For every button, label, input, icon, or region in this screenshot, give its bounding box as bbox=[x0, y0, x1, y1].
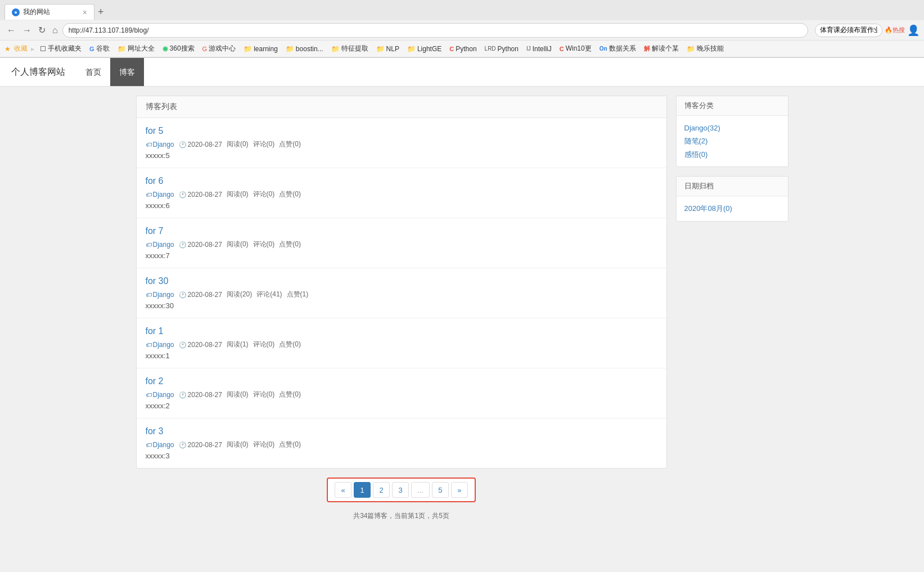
sidebar-category-thoughts[interactable]: 感悟(0) bbox=[684, 148, 780, 161]
bookmark-decode[interactable]: 解 解读个某 bbox=[642, 43, 681, 55]
blog-meta-1: Django 2020-08-27 阅读(0) 评论(0) 点赞(0) bbox=[146, 139, 657, 149]
blog-date-4: 2020-08-27 bbox=[179, 291, 222, 299]
blog-reads-3: 阅读(0) bbox=[227, 240, 249, 249]
sidebar-category-django[interactable]: Django(32) bbox=[684, 121, 780, 134]
blog-sidebar: 博客分类 Django(32) 随笔(2) 感悟(0) 日期归档 2020年08… bbox=[676, 96, 788, 526]
bookmark-python-label: Python bbox=[456, 45, 476, 53]
sidebar-archive-aug2020[interactable]: 2020年08月(0) bbox=[684, 202, 780, 215]
folder-icon-weblist: 📁 bbox=[118, 45, 126, 53]
address-text: http://47.113.107.189/blog/ bbox=[69, 26, 149, 34]
blog-excerpt-6: xxxxx:2 bbox=[146, 402, 657, 410]
pagination-next[interactable]: » bbox=[451, 482, 468, 498]
checkbox-icon: ☐ bbox=[40, 45, 46, 53]
google-icon: G bbox=[89, 46, 94, 52]
blog-list-body: for 5 Django 2020-08-27 阅读(0) 评论(0) 点赞(0… bbox=[137, 118, 666, 468]
folder-icon-learning: 📁 bbox=[244, 45, 252, 53]
bookmark-google[interactable]: G 谷歌 bbox=[87, 43, 112, 55]
bookmark-nlp[interactable]: 📁 NLP bbox=[374, 44, 402, 54]
bookmark-lightge-label: LightGE bbox=[417, 45, 441, 53]
pagination-page-2[interactable]: 2 bbox=[373, 482, 390, 498]
tab-bar: ● 我的网站 × + bbox=[0, 0, 924, 20]
bookmark-lightge[interactable]: 📁 LightGE bbox=[405, 44, 444, 54]
blog-date-6: 2020-08-27 bbox=[179, 391, 222, 399]
bookmarks-star-icon: ★ bbox=[4, 45, 11, 53]
blog-date-7: 2020-08-27 bbox=[179, 441, 222, 449]
new-tab-button[interactable]: + bbox=[98, 6, 104, 18]
blog-title-1[interactable]: for 5 bbox=[146, 126, 657, 136]
blog-likes-4: 点赞(1) bbox=[287, 290, 309, 299]
blog-tag-5[interactable]: Django bbox=[146, 341, 174, 349]
blog-tag-4[interactable]: Django bbox=[146, 291, 174, 299]
intellij-icon: IJ bbox=[526, 46, 531, 52]
sidebar-category-notes[interactable]: 随笔(2) bbox=[684, 134, 780, 147]
blog-reads-4: 阅读(20) bbox=[227, 290, 252, 299]
blog-meta-7: Django 2020-08-27 阅读(0) 评论(0) 点赞(0) bbox=[146, 440, 657, 449]
sidebar-archive-body: 2020年08月(0) bbox=[677, 196, 788, 220]
blog-tag-7[interactable]: Django bbox=[146, 441, 174, 449]
nav-blog[interactable]: 博客 bbox=[110, 58, 144, 86]
bookmark-feature[interactable]: 📁 特征提取 bbox=[329, 43, 371, 55]
bookmark-entertainment[interactable]: 📁 晚乐技能 bbox=[684, 43, 726, 55]
browser-chrome: ● 我的网站 × + ← → ↻ ⌂ http://47.113.107.189… bbox=[0, 0, 924, 58]
bookmark-boosting[interactable]: 📁 boostin... bbox=[283, 44, 326, 54]
bookmark-intellij-label: IntelliJ bbox=[533, 45, 552, 53]
bookmark-mobile[interactable]: ☐ 手机收藏夹 bbox=[38, 43, 84, 55]
bookmark-weblist-label: 网址大全 bbox=[128, 44, 155, 53]
pagination-page-5[interactable]: 5 bbox=[432, 482, 449, 498]
pagination-page-3[interactable]: 3 bbox=[392, 482, 409, 498]
back-button[interactable]: ← bbox=[4, 24, 18, 37]
hot-label: 🔥热搜 bbox=[885, 26, 905, 34]
pagination-prev[interactable]: « bbox=[335, 482, 351, 498]
games-icon: G bbox=[202, 46, 208, 52]
pagination-page-1[interactable]: 1 bbox=[354, 482, 371, 498]
python-icon: C bbox=[449, 46, 454, 52]
blog-tag-3[interactable]: Django bbox=[146, 241, 174, 249]
blog-title-7[interactable]: for 3 bbox=[146, 426, 657, 436]
folder-icon-ent: 📁 bbox=[687, 45, 695, 53]
bookmark-intellij[interactable]: IJ IntelliJ bbox=[524, 44, 554, 54]
blog-title-2[interactable]: for 6 bbox=[146, 176, 657, 186]
blog-meta-5: Django 2020-08-27 阅读(1) 评论(0) 点赞(0) bbox=[146, 340, 657, 349]
tab-favicon: ● bbox=[12, 8, 20, 16]
bookmark-python[interactable]: C Python bbox=[447, 44, 479, 54]
refresh-button[interactable]: ↻ bbox=[36, 24, 48, 37]
blog-likes-1: 点赞(0) bbox=[279, 139, 301, 149]
active-tab[interactable]: ● 我的网站 × bbox=[4, 4, 94, 20]
bookmark-games[interactable]: G 游戏中心 bbox=[200, 43, 238, 55]
blog-comments-3: 评论(0) bbox=[253, 240, 275, 249]
search-area: 🔥热搜 bbox=[815, 24, 905, 37]
tab-close-button[interactable]: × bbox=[83, 8, 87, 17]
blog-excerpt-5: xxxxx:1 bbox=[146, 352, 657, 360]
blog-item-6: for 2 Django 2020-08-27 阅读(0) 评论(0) 点赞(0… bbox=[137, 368, 666, 418]
bookmark-data-rel[interactable]: On 数据关系 bbox=[597, 43, 638, 55]
blog-item-5: for 1 Django 2020-08-27 阅读(1) 评论(0) 点赞(0… bbox=[137, 318, 666, 368]
bookmark-collections[interactable]: 收藏 bbox=[14, 44, 28, 53]
address-bar[interactable]: http://47.113.107.189/blog/ bbox=[62, 23, 808, 38]
blog-title-5[interactable]: for 1 bbox=[146, 326, 657, 336]
blog-tag-6[interactable]: Django bbox=[146, 391, 174, 399]
bookmark-win10[interactable]: C Win10更 bbox=[557, 43, 594, 55]
bookmark-lrd-python[interactable]: LRD Python bbox=[483, 44, 521, 54]
search-input[interactable] bbox=[815, 24, 882, 37]
blog-reads-7: 阅读(0) bbox=[227, 440, 249, 449]
blog-meta-3: Django 2020-08-27 阅读(0) 评论(0) 点赞(0) bbox=[146, 240, 657, 249]
home-button[interactable]: ⌂ bbox=[50, 24, 60, 37]
blog-excerpt-2: xxxxx:6 bbox=[146, 201, 657, 210]
blog-tag-2[interactable]: Django bbox=[146, 191, 174, 199]
blog-title-3[interactable]: for 7 bbox=[146, 226, 657, 236]
account-icon[interactable]: 👤 bbox=[907, 24, 920, 37]
page-content: 博客列表 for 5 Django 2020-08-27 阅读(0) 评论(0)… bbox=[125, 87, 800, 535]
blog-title-6[interactable]: for 2 bbox=[146, 376, 657, 386]
pagination: « 1 2 3 ... 5 » bbox=[327, 478, 476, 502]
blog-excerpt-4: xxxxx:30 bbox=[146, 301, 657, 310]
bookmark-learning[interactable]: 📁 learning bbox=[241, 44, 280, 54]
forward-button[interactable]: → bbox=[20, 24, 34, 37]
blog-title-4[interactable]: for 30 bbox=[146, 276, 657, 286]
nav-home[interactable]: 首页 bbox=[76, 58, 110, 86]
bookmark-360[interactable]: ◉ 360搜索 bbox=[160, 43, 197, 55]
bookmark-weblist[interactable]: 📁 网址大全 bbox=[115, 43, 157, 55]
blog-tag-1[interactable]: Django bbox=[146, 141, 174, 148]
bookmark-games-label: 游戏中心 bbox=[209, 44, 236, 53]
pagination-ellipsis: ... bbox=[411, 482, 430, 498]
bookmark-win10-label: Win10更 bbox=[566, 44, 592, 53]
